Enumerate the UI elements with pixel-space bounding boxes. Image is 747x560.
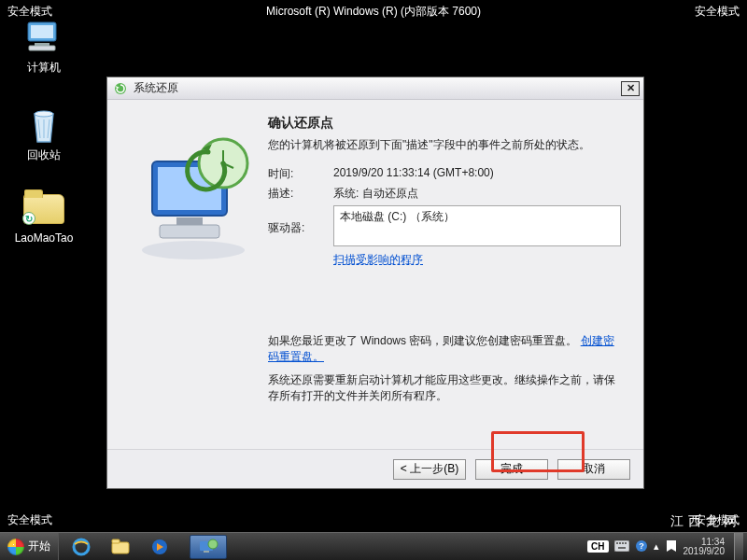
- finish-button-label: 完成: [500, 461, 523, 477]
- wizard-illustration: [107, 100, 268, 449]
- taskbar-item-explorer[interactable]: [102, 535, 139, 559]
- cancel-button[interactable]: 取消: [557, 459, 630, 480]
- computer-icon: [23, 17, 64, 58]
- titlebar[interactable]: 系统还原 ✕: [107, 77, 643, 100]
- desktop-icon-label: 回收站: [27, 147, 61, 163]
- back-button-label: < 上一步(B): [401, 461, 458, 477]
- svg-rect-27: [618, 547, 626, 549]
- folder-icon: ↻: [23, 189, 64, 230]
- desktop-icon-shortcut[interactable]: ↻ LaoMaoTao: [11, 189, 77, 245]
- action-center-icon[interactable]: [665, 539, 678, 554]
- clock[interactable]: 11:34 2019/9/20: [684, 538, 729, 556]
- svg-rect-24: [619, 542, 621, 544]
- svg-rect-26: [625, 542, 627, 544]
- start-label: 开始: [28, 539, 50, 554]
- system-tray: CH ? ▴ 11:34 2019/9/20: [587, 533, 747, 560]
- desc-value: 系统: 自动还原点: [333, 186, 418, 202]
- scan-affected-link[interactable]: 扫描受影响的程序: [333, 253, 423, 266]
- windows-orb-icon: [7, 539, 24, 555]
- svg-text:?: ?: [639, 541, 644, 551]
- svg-rect-20: [204, 551, 209, 553]
- desktop-icon-label: 计算机: [27, 60, 61, 76]
- system-restore-dialog: 系统还原 ✕ 确认还原点 您的计算机将被还原到下面"描述"字段中的事件之前所: [106, 77, 644, 489]
- back-button[interactable]: < 上一步(B): [393, 459, 466, 480]
- dialog-title: 系统还原: [134, 80, 178, 96]
- start-button[interactable]: 开始: [0, 533, 59, 560]
- close-button[interactable]: ✕: [621, 81, 640, 96]
- svg-rect-1: [31, 25, 53, 38]
- svg-rect-10: [160, 225, 219, 238]
- svg-point-21: [208, 539, 218, 549]
- svg-point-6: [142, 241, 245, 259]
- clock-date: 2019/9/20: [684, 547, 726, 556]
- taskbar-item-wmp[interactable]: [141, 535, 178, 559]
- watermark: 江西龙网: [670, 513, 741, 530]
- dialog-heading: 确认还原点: [268, 115, 621, 132]
- cancel-button-label: 取消: [583, 461, 605, 477]
- safemode-label-tr: 安全模式: [695, 4, 740, 20]
- show-desktop-button[interactable]: [734, 533, 743, 561]
- dialog-lead: 您的计算机将被还原到下面"描述"字段中的事件之前所处的状态。: [268, 137, 621, 153]
- desktop-icon-recyclebin[interactable]: 回收站: [11, 105, 77, 163]
- desc-label: 描述:: [268, 186, 333, 202]
- svg-point-4: [35, 111, 53, 117]
- password-note: 如果您最近更改了 Windows 密码，则建议您创建密码重置盘。: [268, 334, 577, 347]
- finish-button[interactable]: 完成: [475, 459, 548, 480]
- windows-version: Microsoft (R) Windows (R) (内部版本 7600): [266, 4, 481, 20]
- ime-keyboard-icon[interactable]: [614, 540, 629, 553]
- tray-expand-icon[interactable]: ▴: [654, 540, 659, 553]
- ime-indicator[interactable]: CH: [587, 540, 608, 553]
- drives-label: 驱动器:: [268, 220, 333, 236]
- taskbar-item-system-restore[interactable]: [190, 535, 227, 559]
- svg-rect-23: [616, 542, 618, 544]
- dialog-footer: < 上一步(B) 完成 取消: [107, 449, 643, 488]
- svg-rect-22: [614, 540, 629, 552]
- safemode-label-bl: 安全模式: [7, 512, 52, 528]
- desktop-icon-label: LaoMaoTao: [15, 231, 74, 245]
- recyclebin-icon: [23, 105, 64, 146]
- svg-rect-3: [29, 46, 55, 50]
- taskbar: 开始 CH ? ▴ 11:34 2019/9/20: [0, 532, 747, 560]
- ime-help-icon[interactable]: ?: [635, 539, 648, 554]
- time-label: 时间:: [268, 166, 333, 182]
- time-value: 2019/9/20 11:33:14 (GMT+8:00): [333, 166, 494, 182]
- clock-time: 11:34: [684, 538, 726, 547]
- drive-item: 本地磁盘 (C:) （系统）: [340, 210, 455, 223]
- restore-icon: [113, 81, 128, 96]
- reboot-note: 系统还原需要重新启动计算机才能应用这些更改。继续操作之前，请保存所有打开的文件并…: [268, 372, 621, 404]
- drives-list[interactable]: 本地磁盘 (C:) （系统）: [333, 205, 621, 246]
- svg-rect-17: [112, 539, 120, 543]
- svg-rect-16: [112, 542, 129, 553]
- pinned-apps: [59, 535, 227, 559]
- svg-rect-25: [622, 542, 624, 544]
- svg-point-14: [221, 161, 226, 166]
- desktop-icon-computer[interactable]: 计算机: [11, 17, 77, 76]
- taskbar-item-ie[interactable]: [63, 535, 100, 559]
- svg-rect-9: [176, 217, 203, 225]
- close-icon: ✕: [627, 82, 635, 94]
